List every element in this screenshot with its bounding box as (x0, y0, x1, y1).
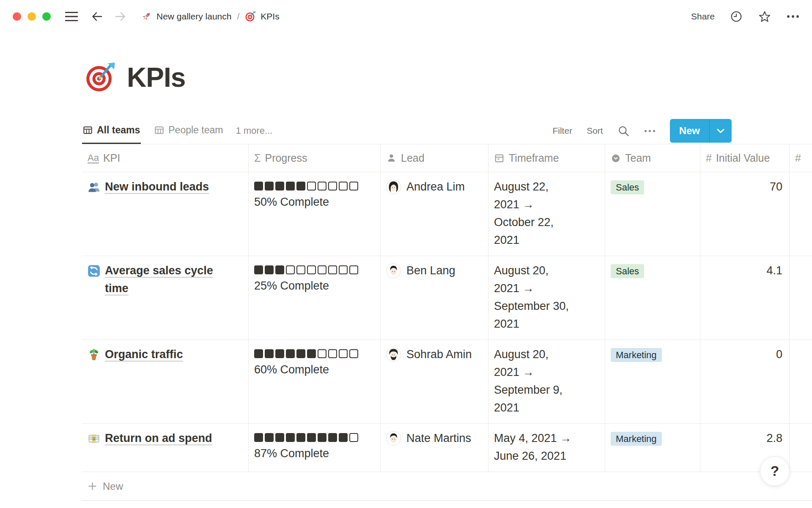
zoom-window-button[interactable] (42, 12, 51, 21)
column-header-label: Initial Value (716, 152, 770, 164)
minimize-window-button[interactable] (27, 12, 36, 21)
progress-square-empty (339, 265, 348, 274)
column-header-timeframe[interactable]: Timeframe (488, 144, 605, 172)
kpi-link[interactable]: Organic traffic (105, 345, 183, 363)
breadcrumb-root[interactable]: New gallery launch (156, 11, 231, 22)
money-icon (88, 432, 100, 445)
progress-square-filled (296, 182, 305, 190)
partial-cell[interactable] (789, 340, 812, 424)
team-tag: Marketing (611, 432, 662, 446)
progress-square-filled (254, 265, 263, 274)
lead-cell[interactable]: Ben Lang (380, 256, 488, 340)
share-button[interactable]: Share (691, 11, 715, 22)
chevron-down-icon[interactable] (710, 119, 732, 143)
progress-square-empty (296, 265, 305, 274)
column-header-team[interactable]: Team (605, 144, 700, 172)
progress-square-filled (275, 433, 284, 442)
kpi-link[interactable]: New inbound leads (105, 178, 209, 196)
dart-icon (245, 11, 256, 22)
team-tag: Sales (611, 180, 644, 194)
column-header-partial[interactable]: # (789, 144, 812, 172)
initial-value: 0 (776, 348, 782, 361)
initial-value-cell[interactable]: 70 (700, 172, 789, 256)
breadcrumb-current[interactable]: KPIs (261, 11, 279, 22)
progress-square-empty (339, 182, 348, 190)
kpi-cell[interactable]: Return on ad spend (82, 424, 248, 472)
progress-square-filled (296, 433, 305, 442)
more-options-icon[interactable] (787, 15, 799, 18)
timeframe-cell[interactable]: August 22, 2021 → October 22, 2021 (488, 172, 605, 256)
progress-cell[interactable]: 87% Complete (248, 424, 380, 472)
team-cell[interactable]: Sales (605, 172, 700, 256)
timeframe-cell[interactable]: August 20, 2021 → September 30, 2021 (488, 256, 605, 340)
lead-name: Andrea Lim (406, 178, 465, 196)
view-tab-all-teams[interactable]: All teams (82, 118, 141, 144)
new-row-label: New (103, 480, 123, 492)
progress-square-empty (307, 182, 316, 190)
hamburger-menu-icon[interactable] (65, 11, 78, 22)
new-button[interactable]: New (670, 119, 709, 143)
timeframe-cell[interactable]: May 4, 2021 → June 26, 2021 (488, 424, 605, 472)
partial-cell[interactable] (789, 256, 812, 340)
page-title[interactable]: KPIs (127, 62, 185, 93)
progress-cell[interactable]: 25% Complete (248, 256, 380, 340)
progress-bar (254, 265, 375, 274)
filter-button[interactable]: Filter (552, 126, 572, 136)
progress-square-filled (286, 182, 295, 190)
back-arrow-icon[interactable] (91, 10, 103, 23)
partial-cell[interactable] (789, 172, 812, 256)
progress-square-filled (275, 265, 284, 274)
progress-square-filled (265, 265, 274, 274)
progress-square-filled (339, 433, 348, 442)
progress-square-filled (328, 433, 337, 442)
search-icon[interactable] (617, 125, 630, 137)
progress-square-empty (349, 182, 358, 190)
partial-cell[interactable] (789, 424, 812, 472)
timeframe-cell[interactable]: August 20, 2021 → September 9, 2021 (488, 340, 605, 424)
help-button[interactable]: ? (760, 456, 790, 486)
star-favorite-icon[interactable] (758, 10, 771, 23)
view-tab-people-team[interactable]: People team (154, 118, 224, 144)
initial-value-cell[interactable]: 0 (700, 340, 789, 424)
sort-button[interactable]: Sort (587, 126, 603, 136)
team-tag: Marketing (611, 348, 662, 362)
count-aggregate[interactable]: COUNT 4 (82, 501, 248, 508)
kpi-link[interactable]: Average sales cycle time (105, 262, 228, 297)
progress-cell[interactable]: 60% Complete (248, 340, 380, 424)
kpi-cell[interactable]: Average sales cycle time (82, 256, 248, 340)
column-header-initial-value[interactable]: # Initial Value (700, 144, 789, 172)
team-cell[interactable]: Marketing (605, 424, 700, 472)
table-view-icon (83, 125, 93, 135)
number-icon: # (795, 152, 801, 164)
kpi-cell[interactable]: New inbound leads (82, 172, 248, 256)
initial-value: 70 (770, 180, 782, 193)
column-header-progress[interactable]: Σ Progress (248, 144, 380, 172)
initial-value-cell[interactable]: 4.1 (700, 256, 789, 340)
column-header-label: Timeframe (509, 152, 559, 164)
history-clock-icon[interactable] (730, 10, 743, 23)
person-icon (386, 153, 397, 163)
team-cell[interactable]: Sales (605, 256, 700, 340)
table-row: Average sales cycle time 25% Complete Be… (82, 256, 812, 340)
progress-square-filled (318, 433, 326, 442)
column-header-lead[interactable]: Lead (380, 144, 488, 172)
kpi-link[interactable]: Return on ad spend (105, 429, 212, 447)
progress-label: 60% Complete (254, 361, 375, 378)
kpi-cell[interactable]: Organic traffic (82, 340, 248, 424)
progress-cell[interactable]: 50% Complete (248, 172, 380, 256)
progress-square-empty (307, 265, 316, 274)
lead-name: Sohrab Amin (406, 345, 472, 363)
more-views-button[interactable]: 1 more... (236, 118, 272, 144)
lead-cell[interactable]: Nate Martins (380, 424, 488, 472)
column-header-kpi[interactable]: Aa KPI (82, 144, 248, 172)
view-options-icon[interactable] (644, 130, 656, 133)
table-row: New inbound leads 50% Complete Andrea Li… (82, 172, 812, 256)
window-controls (13, 12, 51, 21)
lead-cell[interactable]: Sohrab Amin (380, 340, 488, 424)
progress-label: 50% Complete (254, 193, 375, 211)
close-window-button[interactable] (13, 12, 21, 21)
team-cell[interactable]: Marketing (605, 340, 700, 424)
forward-arrow-icon[interactable] (114, 10, 127, 23)
lead-cell[interactable]: Andrea Lim (380, 172, 488, 256)
new-row-button[interactable]: New (82, 472, 812, 501)
